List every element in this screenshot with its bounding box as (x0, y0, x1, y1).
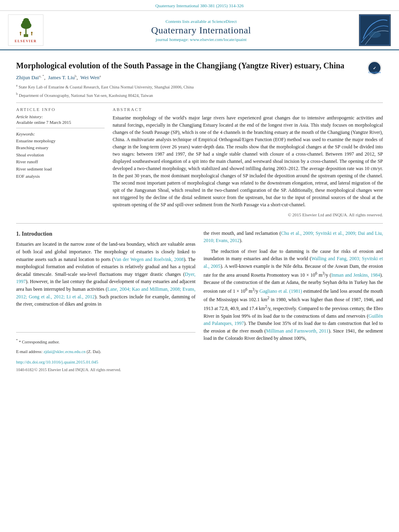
keyword-5: River sediment load (16, 166, 105, 173)
ref-milliman[interactable]: Milliman and Farnsworth, 2011 (266, 328, 329, 334)
ref-van-der-wegen[interactable]: Van der Wegen and Roelvink, 2008 (114, 257, 184, 262)
keyword-3: Shoal evolution (16, 152, 105, 159)
ref-chu[interactable]: Chu et al., 2009; Syvitski et al., 2009;… (204, 230, 383, 244)
homepage-url[interactable]: www.elsevier.com/locate/quaint (190, 37, 247, 42)
svg-rect-8 (31, 33, 32, 35)
ref-lane[interactable]: Lane, 2004; Kao and Milliman, 2008; Evan… (16, 286, 195, 300)
journal-center-info: Contents lists available at ScienceDirec… (43, 19, 359, 42)
svg-point-5 (20, 32, 21, 33)
homepage-info: journal homepage: www.elsevier.com/locat… (43, 37, 359, 42)
corresponding-author-note: * * Corresponding author. (16, 338, 195, 345)
body-divider (16, 223, 383, 224)
elsevier-logo: ELSEVIER (8, 14, 43, 46)
article-info-abstract-row: ARTICLE INFO Article history: Available … (16, 107, 383, 208)
article-info-panel: ARTICLE INFO Article history: Available … (16, 107, 105, 208)
authors-line: Zhijun Daia, *, James T. Liub, Wei Wena (16, 74, 383, 81)
article-title-text: Morphological evolution of the South Pas… (16, 61, 344, 70)
svg-point-11 (369, 31, 381, 38)
body-col-left: 1. Introduction Estuaries are located in… (16, 230, 195, 373)
ref-dyer[interactable]: Dyer, 1997 (16, 271, 195, 285)
crossmark-badge: ✓ CrossMark (367, 60, 383, 76)
svg-rect-9 (359, 14, 391, 46)
abstract-text: Estuarine morphology of the world's majo… (113, 114, 383, 208)
svg-point-7 (31, 32, 33, 33)
keyword-2: Branching estuary (16, 144, 105, 152)
journal-citation-link[interactable]: Quaternary International 380-381 (2015) … (155, 3, 243, 8)
svg-rect-6 (20, 33, 21, 35)
abstract-panel: ABSTRACT Estuarine morphology of the wor… (113, 107, 383, 208)
elsevier-tree-icon (15, 17, 37, 38)
email-link[interactable]: zjdai@sklec.ecnu.edu.cn (43, 349, 85, 354)
elsevier-wordmark: ELSEVIER (15, 39, 37, 43)
svg-text:CrossMark: CrossMark (368, 71, 381, 74)
article-history-label: Article history: (16, 114, 105, 119)
intro-heading: 1. Introduction (16, 230, 195, 238)
email-note: E-mail address: zjdai@sklec.ecnu.edu.cn … (16, 349, 195, 355)
keyword-1: Estuarine morphology (16, 138, 105, 145)
author-1: Zhijun Dai (16, 74, 39, 80)
author-3: Wei Wen (80, 74, 99, 80)
intro-para-1: Estuaries are located in the narrow zone… (16, 240, 195, 308)
footnote-area: * * Corresponding author. E-mail address… (16, 332, 195, 355)
crossmark-icon: ✓ CrossMark (367, 60, 382, 76)
author-3-sup: a (99, 74, 101, 78)
journal-cover-image (359, 14, 391, 46)
header-divider (16, 103, 383, 103)
svg-point-4 (23, 18, 29, 22)
science-direct-link[interactable]: ScienceDirect (212, 19, 237, 24)
journal-banner: ELSEVIER Contents lists available at Sci… (0, 11, 399, 50)
abstract-label: ABSTRACT (113, 107, 383, 112)
ref-gagliano[interactable]: Gagliano et al. (1981) (259, 288, 302, 294)
ref-walling[interactable]: Walling and Fang, 2003; Syvitski et al.,… (204, 256, 383, 269)
body-col-right: the river mouth, and land reclamation (C… (204, 230, 383, 373)
journal-citation-bar: Quaternary International 380-381 (2015) … (0, 0, 399, 11)
keyword-6: EOF analysis (16, 173, 105, 180)
article-available-date: Available online 7 March 2015 (16, 120, 105, 125)
info-divider (16, 128, 105, 128)
copyright-line: © 2015 Elsevier Ltd and INQUA. All right… (16, 212, 383, 217)
author-2: James T. Liu (48, 74, 74, 80)
journal-title: Quaternary International (43, 25, 359, 36)
body-right-para-2: The reduction of river load due to dammi… (204, 248, 383, 342)
svg-text:✓: ✓ (373, 66, 376, 70)
article-info-label: ARTICLE INFO (16, 107, 105, 112)
keyword-4: River runoff (16, 158, 105, 166)
issn-line: 1040-6182/© 2015 Elsevier Ltd and INQUA.… (16, 367, 195, 373)
doi-area: http://dx.doi.org/10.1016/j.quaint.2015.… (16, 358, 195, 366)
body-right-para-1: the river mouth, and land reclamation (C… (204, 230, 383, 244)
doi-link[interactable]: http://dx.doi.org/10.1016/j.quaint.2015.… (16, 359, 98, 364)
main-content: Morphological evolution of the South Pas… (0, 50, 399, 381)
ref-guillen[interactable]: Guillén and Palanques, 1997 (204, 313, 383, 327)
author-1-sup: a, * (39, 74, 44, 78)
article-title-area: Morphological evolution of the South Pas… (16, 60, 383, 71)
affiliation-2: b Department of Oceanography, National S… (16, 92, 383, 99)
author-2-sup: b (75, 74, 77, 78)
affiliation-1: a State Key Lab of Estuarine & Coastal R… (16, 83, 383, 90)
ref-inman[interactable]: Inman and Jenkins, 1984 (331, 272, 380, 278)
journal-thumbnail (359, 14, 391, 46)
science-direct-text: Contents lists available at ScienceDirec… (43, 19, 359, 24)
keywords-label: Keywords: (16, 131, 105, 136)
body-section: 1. Introduction Estuaries are located in… (16, 230, 383, 373)
